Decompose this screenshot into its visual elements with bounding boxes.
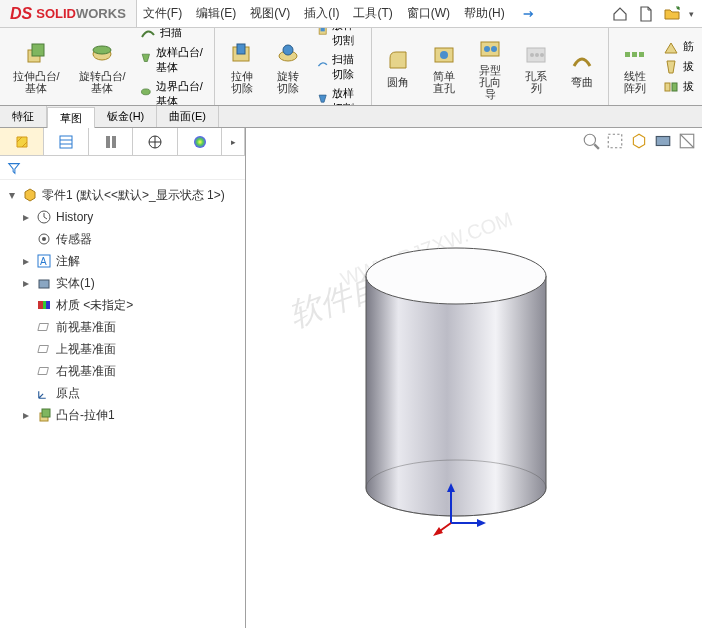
loft-cut2-button[interactable]: 放样切割 [315, 85, 365, 107]
tree-solidbodies[interactable]: ▸ 实体(1) [2, 272, 243, 294]
panel-tab-dim[interactable] [133, 128, 177, 155]
panel-tab-appearance[interactable] [178, 128, 222, 155]
wrap-button[interactable]: 弯曲 [562, 44, 602, 90]
tab-features[interactable]: 特征 [0, 106, 47, 127]
panel-tab-feature-tree[interactable] [0, 128, 44, 155]
tree-top-plane[interactable]: 上视基准面 [2, 338, 243, 360]
rib-button[interactable]: 筋 [661, 38, 696, 56]
menu-edit[interactable]: 编辑(E) [196, 5, 236, 22]
menu-view[interactable]: 视图(V) [250, 5, 290, 22]
svg-rect-10 [320, 28, 324, 31]
tree-right-plane[interactable]: 右视基准面 [2, 360, 243, 382]
loft-label: 放样凸台/基体 [156, 45, 206, 75]
tab-surface[interactable]: 曲面(E) [157, 106, 219, 127]
menu-help[interactable]: 帮助(H) [464, 5, 505, 22]
sweep-icon [140, 28, 156, 41]
tab-sketch[interactable]: 草图 [47, 107, 95, 128]
swept-cut-button[interactable]: 扫描切除 [315, 51, 365, 83]
fillet-button[interactable]: 圆角 [378, 44, 418, 90]
material-icon [36, 297, 52, 313]
panel-tab-more[interactable]: ▸ [222, 128, 245, 155]
zoom-fit-icon[interactable] [582, 132, 600, 150]
tree-boss-extrude[interactable]: ▸ 凸台-拉伸1 [2, 404, 243, 426]
hole-series-icon [522, 40, 550, 68]
loft-cut-button[interactable]: 放样切割 [315, 28, 365, 49]
panel-tab-config[interactable] [89, 128, 133, 155]
svg-rect-22 [639, 52, 644, 57]
revolve-cut-button[interactable]: 旋转切除 [268, 38, 309, 96]
expand-icon[interactable]: ▸ [20, 406, 32, 424]
hole-wizard-icon [476, 34, 504, 62]
rib-label: 筋 [683, 39, 694, 54]
expand-icon[interactable]: ▸ [20, 252, 32, 270]
extrude-boss-button[interactable]: 拉伸凸台/基体 [6, 38, 66, 96]
home-icon[interactable] [611, 5, 629, 23]
loft-button[interactable]: 放样凸台/基体 [138, 44, 208, 76]
draft-button[interactable]: 拔 [661, 58, 696, 76]
menu-insert[interactable]: 插入(I) [304, 5, 339, 22]
panel-tab-property[interactable] [44, 128, 88, 155]
qat-dropdown-icon[interactable]: ▾ [689, 9, 694, 19]
extrude-cut-label: 拉伸切除 [225, 70, 258, 94]
tree-annotations[interactable]: ▸ A 注解 [2, 250, 243, 272]
tree-material[interactable]: 材质 <未指定> [2, 294, 243, 316]
tree-boss-label: 凸台-拉伸1 [56, 406, 115, 424]
linear-pattern-button[interactable]: 线性阵列 [615, 38, 655, 96]
graphics-viewport[interactable]: WWW.RJZXW.COM 软件自学网 [246, 128, 702, 628]
tree-history[interactable]: ▸ History [2, 206, 243, 228]
app-logo: DS SOLID WORKS [0, 0, 137, 27]
svg-point-19 [540, 53, 544, 57]
open-icon[interactable] [663, 5, 681, 23]
filter-icon[interactable] [6, 160, 22, 176]
new-doc-icon[interactable] [637, 5, 655, 23]
menu-pin-icon[interactable] [519, 5, 537, 23]
hole-simple-label: 简单直孔 [428, 70, 460, 94]
history-icon [36, 209, 52, 225]
svg-point-8 [283, 45, 293, 55]
tree-root[interactable]: ▾ 零件1 (默认<<默认>_显示状态 1>) [2, 184, 243, 206]
loft-cut-label: 放样切割 [332, 28, 363, 48]
wrap-icon [568, 46, 596, 74]
view-orientation-icon[interactable] [630, 132, 648, 150]
loft-cut2-icon [317, 93, 328, 107]
expand-icon[interactable]: ▸ [20, 208, 32, 226]
boundary-icon [140, 86, 152, 102]
tree-sensors[interactable]: 传感器 [2, 228, 243, 250]
display-style-icon[interactable] [654, 132, 672, 150]
extrude-label: 拉伸凸台/基体 [10, 70, 62, 94]
hole-wizard-button[interactable]: 异型孔向导 [470, 32, 510, 102]
revolve-boss-button[interactable]: 旋转凸台/基体 [72, 38, 132, 96]
svg-point-33 [194, 136, 206, 148]
svg-rect-28 [106, 136, 110, 148]
tab-sheetmetal[interactable]: 钣金(H) [95, 106, 157, 127]
main-area: ▸ ▾ 零件1 (默认<<默认>_显示状态 1>) ▸ History 传感器 [0, 128, 702, 628]
menu-file[interactable]: 文件(F) [143, 5, 182, 22]
expand-icon[interactable]: ▸ [20, 274, 32, 292]
mirror-button[interactable]: 拔 [661, 78, 696, 96]
tree-front-plane[interactable]: 前视基准面 [2, 316, 243, 338]
svg-rect-21 [632, 52, 637, 57]
extrude-cut-button[interactable]: 拉伸切除 [221, 38, 262, 96]
fillet-label: 圆角 [387, 76, 409, 88]
draft-label: 拔 [683, 59, 694, 74]
menu-tools[interactable]: 工具(T) [353, 5, 392, 22]
plane-icon [36, 341, 52, 357]
loft-cut-icon [317, 28, 328, 41]
section-view-icon[interactable] [678, 132, 696, 150]
tree-origin[interactable]: 原点 [2, 382, 243, 404]
draft-icon [663, 59, 679, 75]
logo-brand2: WORKS [76, 6, 126, 21]
svg-rect-44 [42, 409, 50, 417]
collapse-icon[interactable]: ▾ [6, 186, 18, 204]
zoom-area-icon[interactable] [606, 132, 624, 150]
svg-marker-58 [433, 527, 443, 536]
boundary-button[interactable]: 边界凸台/基体 [138, 78, 208, 107]
mirror-icon [663, 79, 679, 95]
menu-window[interactable]: 窗口(W) [407, 5, 450, 22]
tree-root-label: 零件1 (默认<<默认>_显示状态 1>) [42, 186, 225, 204]
chevron-right-icon: ▸ [231, 137, 236, 147]
revolve-cut-label: 旋转切除 [272, 70, 305, 94]
svg-rect-39 [39, 280, 49, 288]
hole-simple-button[interactable]: 简单直孔 [424, 38, 464, 96]
sweep-button[interactable]: 扫描 [138, 28, 208, 42]
